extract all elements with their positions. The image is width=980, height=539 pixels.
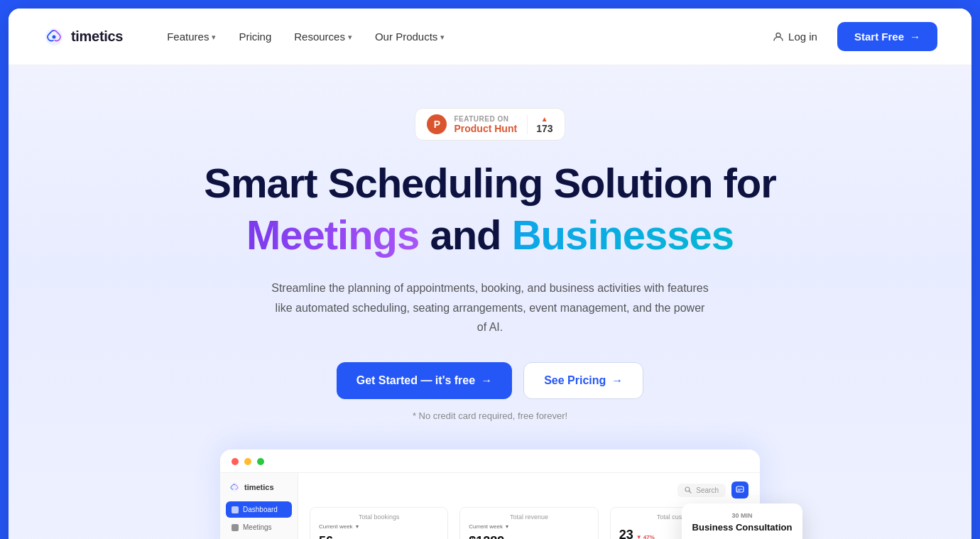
chevron-icon: ▾: [506, 523, 508, 530]
dashboard-sidebar: timetics Dashboard Meetings Stuffs: [220, 473, 298, 539]
hero-subtitle: Streamline the planning of appointments,…: [270, 278, 710, 337]
nav-right: Log in Start Free →: [764, 22, 937, 51]
meetings-text: Meetings: [246, 212, 419, 258]
stat-value-revenue: $1289 ▲ 7%: [469, 534, 589, 539]
hero-title-line2: Meetings and Businesses: [43, 212, 937, 259]
stat-change-customers: ▼ 47%: [636, 534, 655, 539]
dash-logo-text: timetics: [244, 483, 274, 491]
hero-buttons: Get Started — it's free → See Pricing →: [43, 362, 937, 399]
dashboard-nav-icon: [232, 506, 239, 513]
dashboard-preview: timetics Dashboard Meetings Stuffs: [220, 450, 760, 539]
meetings-nav-icon: [232, 524, 239, 531]
start-free-button[interactable]: Start Free →: [837, 22, 937, 51]
product-hunt-icon: P: [427, 114, 447, 134]
logo-icon: [43, 26, 65, 48]
dash-nav-meetings[interactable]: Meetings: [226, 519, 292, 535]
product-hunt-votes: ▲ 173: [527, 115, 552, 134]
consultation-title: Business Consultation: [692, 522, 793, 534]
dash-logo: timetics: [226, 481, 292, 493]
chevron-down-icon: ▾: [212, 33, 216, 42]
dashboard-topbar: Search: [310, 481, 748, 499]
navbar: timetics Features ▾ Pricing Resources ▾ …: [9, 9, 971, 65]
hero-section: P FEATURED ON Product Hunt ▲ 173 Smart S…: [9, 65, 971, 539]
get-started-button[interactable]: Get Started — it's free →: [337, 362, 512, 399]
chevron-icon: ▾: [356, 523, 359, 530]
close-dot: [232, 458, 239, 465]
search-icon: [685, 486, 692, 494]
nav-links: Features ▾ Pricing Resources ▾ Our Produ…: [157, 25, 764, 48]
dashboard-content: timetics Dashboard Meetings Stuffs: [220, 473, 760, 539]
dash-nav-dashboard[interactable]: Dashboard: [226, 501, 292, 518]
hero-title-line1: Smart Scheduling Solution for: [43, 160, 937, 206]
and-text: and: [430, 212, 511, 258]
chevron-down-icon: ▾: [348, 33, 352, 42]
consultation-card: 30 MIN Business Consultation Book appoin…: [682, 503, 802, 539]
login-button[interactable]: Log in: [764, 25, 826, 48]
arrow-icon: →: [910, 31, 920, 43]
nav-our-products[interactable]: Our Products ▾: [365, 25, 454, 48]
page-frame: timetics Features ▾ Pricing Resources ▾ …: [9, 9, 971, 539]
stat-value-bookings: 56 ▲ 32%: [319, 534, 439, 539]
dashboard-message-button[interactable]: [731, 481, 748, 499]
stat-week-bookings: Current week ▾: [319, 523, 439, 530]
product-hunt-text: FEATURED ON Product Hunt: [454, 115, 517, 134]
message-icon: [736, 486, 744, 494]
logo-text: timetics: [71, 28, 123, 45]
arrow-icon: →: [481, 374, 492, 387]
nav-resources[interactable]: Resources ▾: [284, 25, 362, 48]
dashboard-search[interactable]: Search: [677, 484, 726, 497]
user-icon: [773, 31, 784, 43]
minimize-dot: [244, 458, 251, 465]
nav-features[interactable]: Features ▾: [157, 25, 226, 48]
dashboard-titlebar: [220, 450, 760, 473]
stat-week-revenue: Current week ▾: [469, 523, 589, 530]
nav-pricing[interactable]: Pricing: [229, 25, 281, 48]
arrow-icon: →: [611, 374, 623, 387]
hero-note: * No credit card required, free forever!: [43, 410, 937, 421]
chevron-down-icon: ▾: [440, 33, 445, 42]
logo-link[interactable]: timetics: [43, 26, 123, 48]
expand-dot: [257, 458, 264, 465]
product-hunt-badge[interactable]: P FEATURED ON Product Hunt ▲ 173: [415, 108, 565, 141]
stat-card-bookings: Total bookings Current week ▾ 56 ▲ 32%: [310, 507, 448, 539]
see-pricing-button[interactable]: See Pricing →: [523, 362, 643, 399]
upvote-arrow-icon: ▲: [541, 115, 548, 123]
svg-point-0: [53, 35, 56, 38]
stat-card-revenue: Total revenue Current week ▾ $1289 ▲ 7%: [459, 507, 598, 539]
dash-logo-icon: [229, 481, 240, 493]
svg-line-4: [690, 491, 692, 494]
businesses-text: Businesses: [512, 212, 734, 258]
